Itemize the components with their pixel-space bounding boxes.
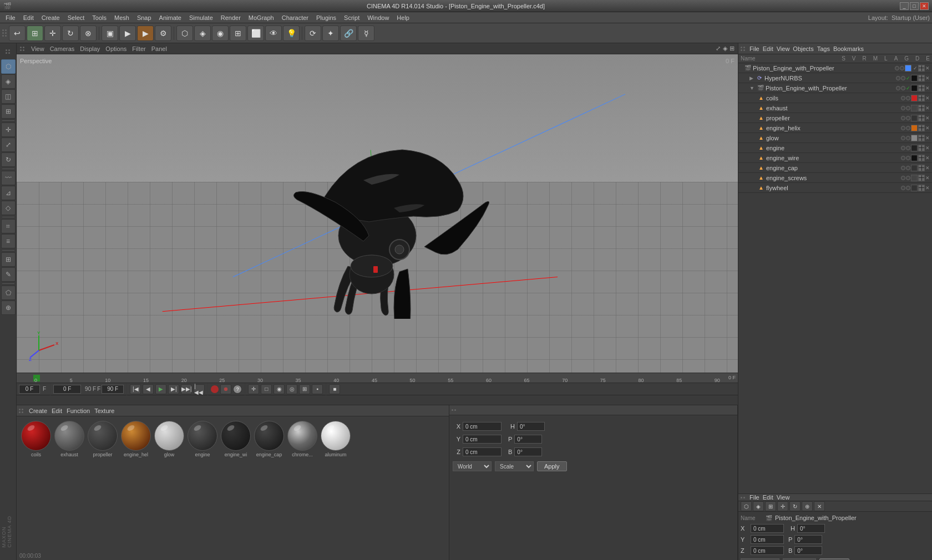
- om-row-engine-screws[interactable]: ▲ engine_screws ✕: [738, 173, 932, 183]
- om-menu-tags[interactable]: Tags: [817, 45, 830, 52]
- dot-es1[interactable]: [896, 86, 900, 90]
- am-menu-file[interactable]: File: [749, 494, 759, 501]
- menu-file[interactable]: File: [2, 13, 19, 22]
- tool-spline[interactable]: 〰: [1, 171, 16, 185]
- om-row-hypernurbs[interactable]: ▶ ⟳ HyperNURBS ✓ ✕: [738, 73, 932, 83]
- viewport-menu-panel[interactable]: Panel: [151, 45, 167, 52]
- tool-edge[interactable]: ◫: [1, 89, 16, 104]
- dot-g2[interactable]: [906, 136, 910, 140]
- mat-menu-create[interactable]: Create: [29, 408, 47, 414]
- timeline-btn-e[interactable]: ⊞: [299, 384, 310, 394]
- am-menu-edit[interactable]: Edit: [763, 494, 773, 501]
- om-row-coils[interactable]: ▲ coils ✕: [738, 93, 932, 103]
- tool-a[interactable]: ⬡: [176, 26, 193, 41]
- menu-character[interactable]: Character: [278, 13, 312, 22]
- am-h-input[interactable]: [797, 524, 825, 533]
- goto-start-button[interactable]: |◀: [130, 384, 141, 394]
- timeline-btn-d[interactable]: ◎: [286, 384, 297, 394]
- tool-scale[interactable]: ⤢: [1, 138, 16, 152]
- om-menu-bookmarks[interactable]: Bookmarks: [833, 45, 864, 52]
- menu-select[interactable]: Select: [64, 13, 88, 22]
- tool-move[interactable]: ✛: [1, 123, 16, 137]
- prev-frame-button[interactable]: ◀: [143, 384, 154, 394]
- material-swatch-engine_hel[interactable]: engine_hel: [121, 421, 151, 457]
- tool-character[interactable]: ⊕: [1, 301, 16, 315]
- am-menu-view[interactable]: View: [777, 494, 790, 501]
- mat-menu-texture[interactable]: Texture: [94, 408, 114, 414]
- tool-h[interactable]: ⟳: [305, 26, 321, 41]
- render-view[interactable]: ▶: [119, 26, 136, 41]
- dot-p1[interactable]: [901, 116, 905, 120]
- dot-fw1[interactable]: [901, 186, 905, 190]
- coord-b-input[interactable]: [514, 447, 542, 456]
- material-swatch-glow[interactable]: glow: [154, 421, 184, 457]
- material-swatch-engine_cap[interactable]: engine_cap: [254, 421, 284, 457]
- tool-f[interactable]: 👁: [265, 26, 282, 41]
- coord-system-dropdown[interactable]: World Object Parent: [453, 461, 492, 471]
- tool-c[interactable]: ◉: [212, 26, 229, 41]
- tool-paint[interactable]: ✎: [1, 267, 16, 282]
- am-btn-7[interactable]: ✕: [814, 501, 825, 511]
- frame-display[interactable]: [53, 385, 81, 394]
- render-region[interactable]: ▣: [102, 26, 118, 41]
- dot-c2[interactable]: [906, 96, 910, 100]
- am-btn-5[interactable]: ↻: [789, 501, 801, 511]
- tool-texture[interactable]: ⊞: [1, 252, 16, 267]
- dot-eh1[interactable]: [901, 126, 905, 130]
- dot-c1[interactable]: [901, 96, 905, 100]
- material-swatch-chrome...[interactable]: chrome...: [287, 421, 317, 457]
- material-swatch-engine_wi[interactable]: engine_wi: [221, 421, 251, 457]
- motion-path-button[interactable]: ✛: [248, 384, 259, 394]
- select-tool[interactable]: ⊞: [27, 26, 43, 41]
- menu-script[interactable]: Script: [341, 13, 363, 22]
- om-row-engine-sub[interactable]: ▼ 🎬 Piston_Engine_with_Propeller ✓ ✕: [738, 83, 932, 93]
- menu-edit[interactable]: Edit: [20, 13, 37, 22]
- play-backwards-button[interactable]: |◀◀: [194, 384, 205, 394]
- record-button[interactable]: [211, 385, 219, 393]
- dot-eng1[interactable]: [901, 146, 905, 150]
- coord-p-input[interactable]: [514, 435, 542, 444]
- dot-p2[interactable]: [906, 116, 910, 120]
- tool-point[interactable]: ⊞: [1, 104, 16, 119]
- am-p-input[interactable]: [794, 535, 822, 544]
- help-button[interactable]: ?: [233, 385, 242, 394]
- om-row-flywheel[interactable]: ▲ flywheel ✕: [738, 183, 932, 193]
- scale-tool[interactable]: ⊗: [80, 26, 97, 41]
- om-row-engine-helix[interactable]: ▲ engine_helix ✕: [738, 123, 932, 133]
- viewport-canvas[interactable]: Perspective: [17, 54, 738, 373]
- material-swatch-propeller[interactable]: propeller: [88, 421, 118, 457]
- status-dot-1[interactable]: [895, 66, 899, 70]
- coord-x-input[interactable]: [463, 422, 502, 431]
- dot-ex2[interactable]: [906, 106, 910, 110]
- edit-render[interactable]: ⚙: [155, 26, 171, 41]
- menu-snap[interactable]: Snap: [134, 13, 155, 22]
- move-tool[interactable]: ✛: [44, 26, 61, 41]
- am-btn-6[interactable]: ⊕: [802, 501, 813, 511]
- am-x-input[interactable]: [751, 524, 784, 533]
- timeline-btn-c[interactable]: ◉: [273, 384, 285, 394]
- maximize-button[interactable]: □: [910, 2, 919, 10]
- next-frame-button[interactable]: ▶|: [168, 384, 179, 394]
- menu-create[interactable]: Create: [38, 13, 63, 22]
- dot-eng2[interactable]: [906, 146, 910, 150]
- viewport-icon-2[interactable]: ◈: [723, 45, 727, 52]
- viewport-icon-3[interactable]: ⊞: [730, 45, 735, 52]
- dot-ew1[interactable]: [901, 156, 905, 160]
- menu-plugins[interactable]: Plugins: [313, 13, 340, 22]
- viewport[interactable]: View Cameras Display Options Filter Pane…: [17, 43, 738, 373]
- coord-h-input[interactable]: [517, 422, 545, 431]
- dot-ec1[interactable]: [901, 166, 905, 170]
- dot-es2[interactable]: [901, 86, 905, 90]
- viewport-menu-cameras[interactable]: Cameras: [50, 45, 75, 52]
- timeline-btn-f[interactable]: ▪: [312, 384, 323, 394]
- tool-g[interactable]: 💡: [283, 26, 300, 41]
- current-frame-input[interactable]: [19, 385, 40, 394]
- coord-z-input[interactable]: [463, 447, 502, 456]
- menu-render[interactable]: Render: [217, 13, 244, 22]
- material-swatch-exhaust[interactable]: exhaust: [54, 421, 84, 457]
- menu-help[interactable]: Help: [393, 13, 413, 22]
- close-button[interactable]: ✕: [920, 2, 929, 10]
- tool-k[interactable]: ☿: [358, 26, 374, 41]
- om-menu-objects[interactable]: Objects: [793, 45, 813, 52]
- viewport-menu-options[interactable]: Options: [105, 45, 126, 52]
